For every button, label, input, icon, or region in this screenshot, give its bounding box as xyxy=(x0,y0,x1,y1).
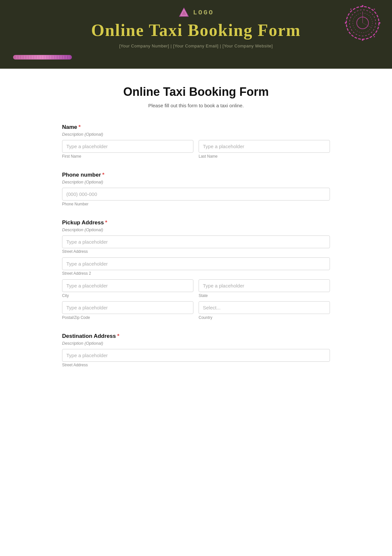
svg-point-12 xyxy=(350,9,351,10)
pickup-description: Description (Optional) xyxy=(62,227,330,232)
destination-label: Destination Address* xyxy=(62,333,330,339)
last-name-input[interactable] xyxy=(199,140,330,153)
circle-decoration-icon xyxy=(343,3,382,43)
pickup-country-select[interactable]: Select... United States United Kingdom C… xyxy=(199,301,330,314)
phone-label: Phone number* xyxy=(62,172,330,178)
phone-col: Phone Number xyxy=(62,188,330,206)
pickup-state-sublabel: State xyxy=(199,293,330,298)
svg-point-10 xyxy=(374,9,375,10)
destination-street-sublabel: Street Address xyxy=(62,363,88,367)
pickup-street-input[interactable] xyxy=(62,235,330,248)
header-progress-bar xyxy=(13,55,72,60)
phone-section: Phone number* Description (Optional) Pho… xyxy=(62,172,330,206)
first-name-col: First Name xyxy=(62,140,193,159)
destination-street-wrapper: Street Address xyxy=(62,349,330,368)
pickup-city-col: City xyxy=(62,279,193,298)
svg-point-8 xyxy=(362,39,364,41)
pickup-street2-wrapper: Street Address 2 xyxy=(62,257,330,276)
header-subtitle: [Your Company Number] | [Your Company Em… xyxy=(13,43,379,48)
pickup-required-star: * xyxy=(105,219,107,226)
first-name-sublabel: First Name xyxy=(62,154,193,159)
pickup-postal-country-row: Postal/Zip Code Select... United States … xyxy=(62,301,330,320)
form-subtitle: Please fill out this form to book a taxi… xyxy=(62,103,330,108)
destination-section: Destination Address* Description (Option… xyxy=(62,333,330,368)
name-description: Description (Optional) xyxy=(62,132,330,137)
pickup-country-col: Select... United States United Kingdom C… xyxy=(199,301,330,320)
pickup-country-sublabel: Country xyxy=(199,315,330,320)
svg-point-11 xyxy=(374,36,375,37)
pickup-state-col: State xyxy=(199,279,330,298)
phone-input[interactable] xyxy=(62,188,330,200)
name-required-star: * xyxy=(78,124,81,130)
logo-icon xyxy=(178,7,190,18)
pickup-city-input[interactable] xyxy=(62,279,193,292)
destination-required-star: * xyxy=(117,333,120,339)
name-label: Name* xyxy=(62,124,330,130)
pickup-city-state-row: City State xyxy=(62,279,330,298)
logo-text: LOGO xyxy=(193,9,214,16)
destination-description: Description (Optional) xyxy=(62,341,330,346)
logo-row: LOGO xyxy=(13,7,379,18)
destination-street-input[interactable] xyxy=(62,349,330,362)
phone-sublabel: Phone Number xyxy=(62,202,330,206)
pickup-street2-input[interactable] xyxy=(62,257,330,270)
phone-description: Description (Optional) xyxy=(62,180,330,184)
pickup-street-wrapper: Street Address xyxy=(62,235,330,254)
pickup-postal-input[interactable] xyxy=(62,301,193,314)
svg-point-9 xyxy=(345,22,347,24)
form-title: Online Taxi Booking Form xyxy=(62,85,330,99)
header-title: Online Taxi Booking Form xyxy=(13,21,379,40)
page-header: LOGO Online Taxi Booking Form [Your Comp… xyxy=(0,0,392,69)
pickup-street2-sublabel: Street Address 2 xyxy=(62,271,91,276)
svg-point-7 xyxy=(379,22,381,24)
pickup-section: Pickup Address* Description (Optional) S… xyxy=(62,219,330,320)
pickup-postal-sublabel: Postal/Zip Code xyxy=(62,315,193,320)
last-name-sublabel: Last Name xyxy=(199,154,330,159)
pickup-city-sublabel: City xyxy=(62,293,193,298)
name-field-row: First Name Last Name xyxy=(62,140,330,159)
main-content: Online Taxi Booking Form Please fill out… xyxy=(49,69,343,400)
first-name-input[interactable] xyxy=(62,140,193,153)
phone-field-row: Phone Number xyxy=(62,188,330,206)
pickup-postal-col: Postal/Zip Code xyxy=(62,301,193,320)
phone-required-star: * xyxy=(102,172,105,178)
pickup-state-input[interactable] xyxy=(199,279,330,292)
svg-point-6 xyxy=(362,5,364,7)
name-section: Name* Description (Optional) First Name … xyxy=(62,124,330,159)
pickup-label: Pickup Address* xyxy=(62,219,330,226)
last-name-col: Last Name xyxy=(199,140,330,159)
pickup-street-sublabel: Street Address xyxy=(62,249,88,254)
